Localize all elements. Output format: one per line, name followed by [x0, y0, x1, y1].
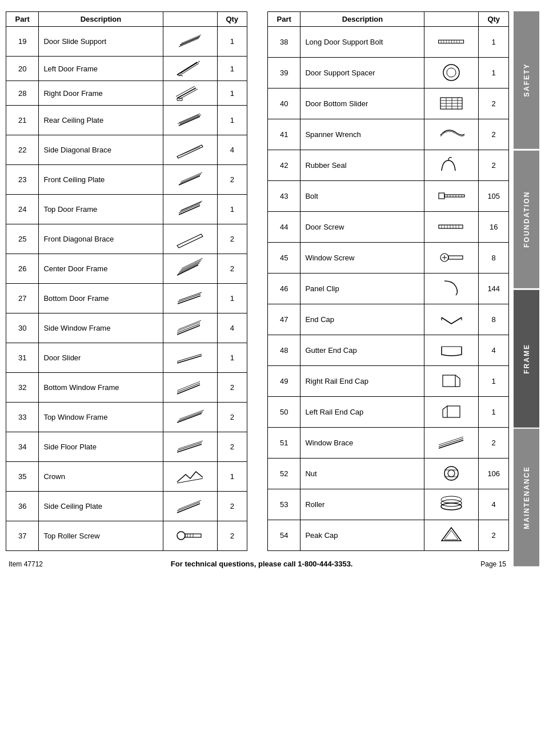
part-icon: [163, 81, 217, 106]
part-qty: 2: [217, 254, 247, 284]
part-desc: Left Rail End Cap: [300, 397, 424, 428]
part-qty: 2: [479, 428, 509, 459]
part-desc: End Cap: [300, 304, 424, 335]
part-num: 28: [6, 81, 39, 106]
part-icon: [424, 212, 479, 243]
part-icon: [424, 428, 479, 459]
table-row: 44 Door Screw 16: [268, 212, 509, 243]
part-icon: [163, 432, 217, 462]
part-icon: [163, 106, 217, 135]
part-qty: 1: [479, 366, 509, 397]
part-icon: [424, 181, 479, 212]
part-icon: [163, 27, 217, 57]
table-row: 47 End Cap 8: [268, 304, 509, 335]
page-number: Page 15: [480, 560, 506, 568]
part-qty: 2: [479, 150, 509, 181]
part-desc: Top Door Frame: [39, 195, 163, 224]
part-qty: 1: [217, 27, 247, 57]
part-desc: Side Ceiling Plate: [39, 492, 163, 521]
part-icon: [424, 89, 479, 119]
tab-foundation[interactable]: FOUNDATION: [514, 151, 539, 288]
part-qty: 2: [217, 373, 247, 403]
part-qty: 1: [217, 284, 247, 313]
part-qty: 1: [217, 106, 247, 135]
tab-frame[interactable]: FRAME: [514, 290, 539, 428]
part-desc: Left Door Frame: [39, 57, 163, 81]
table-row: 43 Bolt 105: [268, 181, 509, 212]
table-row: 30 Side Window Frame 4: [6, 313, 247, 343]
part-qty: 1: [479, 58, 509, 89]
tab-maintenance[interactable]: MAINTENANCE: [514, 429, 539, 566]
part-icon: [163, 462, 217, 492]
part-icon: [424, 489, 479, 520]
part-desc: Top Window Frame: [39, 403, 163, 432]
tab-safety[interactable]: SAFETY: [514, 11, 539, 149]
right-header-qty: Qty: [479, 12, 509, 27]
part-icon: [163, 521, 217, 551]
svg-rect-55: [447, 406, 460, 417]
part-icon: [424, 304, 479, 335]
part-desc: Spanner Wrench: [300, 119, 424, 150]
part-num: 42: [268, 150, 300, 181]
table-row: 51 Window Brace 2: [268, 428, 509, 459]
svg-rect-36: [439, 225, 463, 228]
part-icon: [163, 492, 217, 521]
part-icon: [424, 243, 479, 274]
left-header-qty: Qty: [217, 12, 247, 27]
support-text: For technical questions, please call 1-8…: [171, 560, 353, 568]
part-icon: [424, 150, 479, 181]
part-qty: 4: [217, 313, 247, 343]
part-qty: 2: [217, 165, 247, 195]
side-tabs: SAFETY FOUNDATION FRAME MAINTENANCE: [514, 11, 539, 568]
part-qty: 2: [217, 403, 247, 432]
part-qty: 106: [479, 459, 509, 489]
part-num: 46: [268, 274, 300, 304]
svg-rect-51: [443, 375, 455, 387]
part-num: 37: [6, 521, 39, 551]
part-desc: Side Window Frame: [39, 313, 163, 343]
right-header-part: Part: [268, 12, 300, 27]
part-icon: [424, 520, 479, 551]
part-num: 41: [268, 119, 300, 150]
part-num: 31: [6, 343, 39, 373]
part-num: 44: [268, 212, 300, 243]
part-desc: Right Rail End Cap: [300, 366, 424, 397]
svg-marker-67: [444, 530, 458, 540]
table-row: 53 Roller 4: [268, 489, 509, 520]
part-qty: 2: [217, 521, 247, 551]
part-desc: Side Floor Plate: [39, 432, 163, 462]
part-icon: [163, 165, 217, 195]
part-num: 26: [6, 254, 39, 284]
part-num: 33: [6, 403, 39, 432]
part-icon: [424, 27, 479, 58]
table-row: 31 Door Slider 1: [6, 343, 247, 373]
table-row: 22 Side Diagonal Brace 4: [6, 135, 247, 165]
part-desc: Window Screw: [300, 243, 424, 274]
table-row: 40 Door Bottom Slider 2: [268, 89, 509, 119]
part-num: 35: [6, 462, 39, 492]
part-num: 25: [6, 224, 39, 254]
table-row: 19 Door Slide Support 1: [6, 27, 247, 57]
table-row: 41 Spanner Wrench 2: [268, 119, 509, 150]
left-header-part: Part: [6, 12, 39, 27]
table-row: 54 Peak Cap 2: [268, 520, 509, 551]
table-row: 39 Door Support Spacer 1: [268, 58, 509, 89]
part-num: 43: [268, 181, 300, 212]
part-icon: [163, 403, 217, 432]
table-row: 27 Bottom Door Frame 1: [6, 284, 247, 313]
table-row: 38 Long Door Support Bolt 1: [268, 27, 509, 58]
svg-point-59: [444, 467, 458, 480]
part-num: 36: [6, 492, 39, 521]
part-qty: 2: [479, 89, 509, 119]
svg-rect-10: [439, 40, 464, 43]
part-icon: [424, 58, 479, 89]
part-icon: [163, 284, 217, 313]
part-num: 51: [268, 428, 300, 459]
svg-point-20: [447, 68, 456, 77]
part-desc: Rubber Seal: [300, 150, 424, 181]
part-num: 49: [268, 366, 300, 397]
part-desc: Bottom Door Frame: [39, 284, 163, 313]
table-row: 45 Window Screw 8: [268, 243, 509, 274]
part-icon: [424, 274, 479, 304]
part-qty: 4: [479, 489, 509, 520]
